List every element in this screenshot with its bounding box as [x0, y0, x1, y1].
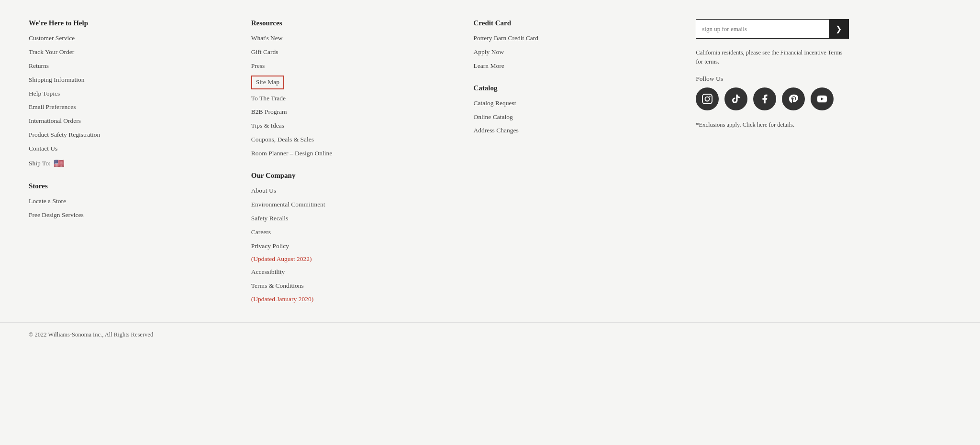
svg-rect-0 — [702, 94, 712, 104]
link-online-catalog[interactable]: Online Catalog — [474, 113, 687, 122]
footer-bottom: © 2022 Williams-Sonoma Inc., All Rights … — [0, 322, 980, 347]
link-help-topics[interactable]: Help Topics — [29, 89, 242, 98]
heading-resources: Resources — [251, 19, 464, 27]
follow-us-label: Follow Us — [696, 75, 951, 83]
tiktok-icon[interactable] — [724, 87, 747, 110]
link-whats-new[interactable]: What's New — [251, 34, 464, 43]
link-gift-cards[interactable]: Gift Cards — [251, 48, 464, 57]
link-track-order[interactable]: Track Your Order — [29, 48, 242, 57]
link-coupons[interactable]: Coupons, Deals & Sales — [251, 135, 464, 144]
youtube-icon[interactable] — [811, 87, 834, 110]
link-contact-us[interactable]: Contact Us — [29, 144, 242, 153]
link-locate-store[interactable]: Locate a Store — [29, 197, 242, 206]
email-input[interactable] — [696, 20, 829, 38]
link-email-preferences[interactable]: Email Preferences — [29, 103, 242, 112]
link-careers[interactable]: Careers — [251, 228, 464, 237]
link-safety-recalls[interactable]: Safety Recalls — [251, 214, 464, 223]
link-to-the-trade[interactable]: To The Trade — [251, 94, 464, 103]
footer-col-help: We're Here to Help Customer Service Trac… — [29, 19, 251, 308]
ship-to-label: Ship To: — [29, 160, 51, 167]
link-shipping-info[interactable]: Shipping Information — [29, 76, 242, 85]
link-international-orders[interactable]: International Orders — [29, 117, 242, 126]
facebook-icon[interactable] — [753, 87, 776, 110]
copyright-text: © 2022 Williams-Sonoma Inc., All Rights … — [29, 331, 153, 338]
link-apply-now[interactable]: Apply Now — [474, 48, 687, 57]
flag-icon[interactable]: 🇺🇸 — [54, 158, 64, 169]
footer-main: We're Here to Help Customer Service Trac… — [0, 0, 980, 322]
link-product-safety[interactable]: Product Safety Registration — [29, 130, 242, 140]
link-privacy-policy[interactable]: Privacy Policy — [251, 242, 464, 251]
link-tips-ideas[interactable]: Tips & Ideas — [251, 121, 464, 130]
instagram-icon[interactable] — [696, 87, 719, 110]
exclusions-text: *Exclusions apply. Click here for detail… — [696, 120, 849, 130]
link-terms[interactable]: Terms & Conditions — [251, 282, 464, 291]
social-icons-row — [696, 87, 951, 110]
california-text: California residents, please see the Fin… — [696, 48, 849, 66]
footer-col-email-social: ❯ California residents, please see the F… — [696, 19, 951, 308]
heading-stores: Stores — [29, 182, 242, 190]
link-free-design[interactable]: Free Design Services — [29, 211, 242, 220]
link-privacy-policy-updated[interactable]: (Updated August 2022) — [251, 255, 464, 263]
link-b2b-program[interactable]: B2B Program — [251, 108, 464, 117]
footer-col-credit: Credit Card Pottery Barn Credit Card App… — [474, 19, 696, 308]
heading-our-company: Our Company — [251, 172, 464, 180]
link-about-us[interactable]: About Us — [251, 186, 464, 195]
ship-to-row: Ship To: 🇺🇸 — [29, 158, 242, 169]
email-form: ❯ — [696, 19, 849, 39]
link-learn-more[interactable]: Learn More — [474, 62, 687, 71]
link-address-changes[interactable]: Address Changes — [474, 126, 687, 135]
link-site-map[interactable]: Site Map — [251, 76, 284, 89]
link-room-planner[interactable]: Room Planner – Design Online — [251, 149, 464, 158]
link-press[interactable]: Press — [251, 62, 464, 71]
link-accessibility[interactable]: Accessibility — [251, 268, 464, 277]
footer-col-resources: Resources What's New Gift Cards Press Si… — [251, 19, 474, 308]
link-terms-updated[interactable]: (Updated January 2020) — [251, 295, 464, 303]
email-submit-button[interactable]: ❯ — [829, 20, 848, 38]
link-catalog-request[interactable]: Catalog Request — [474, 99, 687, 108]
heading-catalog: Catalog — [474, 84, 687, 92]
link-customer-service[interactable]: Customer Service — [29, 34, 242, 43]
svg-point-1 — [705, 97, 710, 101]
pinterest-icon[interactable] — [782, 87, 805, 110]
email-section: ❯ — [696, 19, 951, 39]
link-returns[interactable]: Returns — [29, 62, 242, 71]
svg-point-2 — [710, 96, 711, 97]
link-environmental[interactable]: Environmental Commitment — [251, 200, 464, 209]
heading-help: We're Here to Help — [29, 19, 242, 27]
heading-credit-card: Credit Card — [474, 19, 687, 27]
link-pottery-barn-cc[interactable]: Pottery Barn Credit Card — [474, 34, 687, 43]
